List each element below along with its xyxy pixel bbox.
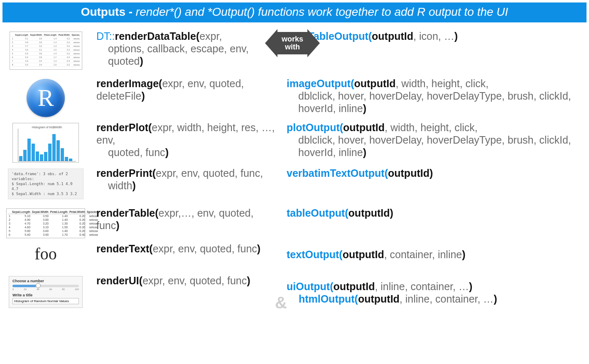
thumb-r-logo-icon: R (27, 79, 65, 117)
header-title-bold: Outputs - (81, 5, 136, 18)
row-image: R renderImage(expr, env, quoted, deleteF… (4, 77, 585, 117)
thumb-datatable-icon: Sepal.LengthSepal.WidthPetal.LengthPetal… (10, 32, 82, 70)
row-print: 'data.frame': 3 obs. of 2 variables: $ S… (4, 167, 585, 200)
header-title-rest: render*() and *Output() functions work t… (136, 5, 508, 18)
render-fn-ui: renderUI(expr, env, quoted, func) (87, 274, 278, 287)
row-text: foo renderText(expr, env, quoted, func) … (4, 242, 585, 264)
render-fn-table: renderTable(expr,…, env, quoted, func) (87, 207, 278, 232)
render-fn-text: renderText(expr, env, quoted, func) (87, 242, 278, 255)
arrow-right-icon (307, 29, 320, 57)
thumb-table-icon: Sepal.LengthSepal.WidthPetal.LengthPetal… (6, 208, 85, 238)
section-header: Outputs - render*() and *Output() functi… (2, 2, 587, 22)
arrow-text-2: with (282, 43, 303, 51)
thumb-verbatim-icon: 'data.frame': 3 obs. of 2 variables: $ S… (8, 169, 83, 200)
row-table: Sepal.LengthSepal.WidthPetal.LengthPetal… (4, 207, 585, 238)
output-fn-plot: plotOutput(outputId, width, height, clic… (278, 121, 585, 159)
output-fn-table: tableOutput(outputId) (278, 207, 585, 219)
render-fn-plot: renderPlot(expr, width, height, res, …, … (87, 121, 278, 159)
row-plot: Histogram of iris$Width renderPlot(expr,… (4, 121, 585, 163)
thumb-text-icon: foo (34, 244, 56, 264)
output-fn-image: imageOutput(outputId, width, height, cli… (278, 77, 585, 115)
arrow-left-icon (265, 29, 277, 57)
content-area: Sepal.LengthSepal.WidthPetal.LengthPetal… (0, 22, 589, 317)
render-fn-datatable: DT::renderDataTable(expr, options, callb… (87, 30, 278, 67)
works-with-arrow: works with (265, 29, 320, 57)
row-ui: Choose a number 020406080100 Write a tit… (4, 274, 585, 308)
thumb-ui-icon: Choose a number 020406080100 Write a tit… (9, 276, 83, 308)
output-fn-ui: uiOutput(outputId, inline, container, …)… (278, 274, 585, 305)
output-fn-text: textOutput(outputId, container, inline) (278, 242, 585, 261)
render-fn-image: renderImage(expr, env, quoted, deleteFil… (87, 77, 278, 102)
render-fn-print: renderPrint(expr, env, quoted, func, wid… (87, 167, 278, 192)
output-fn-datatable: dataTableOutput(outputId, icon, …) (278, 30, 585, 42)
arrow-text-1: works (282, 35, 303, 43)
thumb-histogram-icon: Histogram of iris$Width (12, 123, 79, 163)
output-fn-verbatim: verbatimTextOutput(outputId) (278, 167, 585, 179)
thumb-ui-text-input (12, 298, 79, 304)
